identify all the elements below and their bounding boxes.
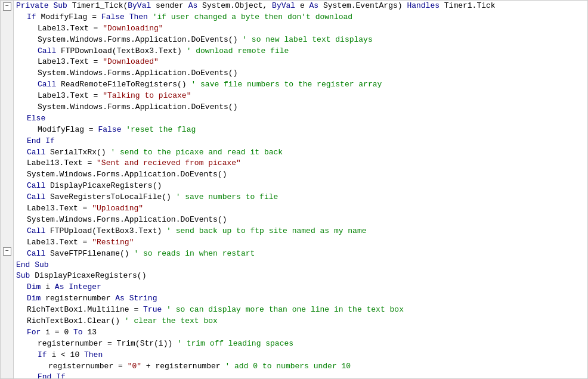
code-line: Call ReadRemoteFileToRegisters() ' save … [16, 79, 587, 91]
code-line: Private Sub Timer1_Tick(ByVal sender As … [16, 1, 587, 12]
code-token: SerialTxRx() [50, 147, 110, 159]
code-line: Label3.Text = "Resting" [16, 237, 587, 248]
code-line: System.Windows.Forms.Application.DoEvent… [16, 35, 587, 46]
code-token: ReadRemoteFileToRegisters() [61, 79, 191, 91]
code-token: As [115, 293, 129, 305]
code-line: ModifyFlag = False 'reset the flag [16, 125, 587, 136]
code-token: ByVal [128, 1, 156, 12]
code-token: System.Object, [202, 1, 272, 12]
code-line: registernumber = Trim(Str(i)) ' trim off… [16, 338, 587, 350]
code-token: Label3.Text = [27, 203, 92, 215]
code-container: −− Private Sub Timer1_Tick(ByVal sender … [0, 0, 588, 379]
code-token: ' save file numbers to the register arra… [191, 79, 382, 91]
lines-wrapper: Private Sub Timer1_Tick(ByVal sender As … [14, 1, 587, 378]
code-token: registernumber [45, 293, 115, 305]
code-token: Call [27, 226, 50, 237]
code-token: ' add 0 to numbers under 10 [225, 361, 351, 372]
code-token: Call [27, 248, 50, 260]
code-token: "Sent and recieved from picaxe" [97, 158, 241, 169]
code-token: Timer1.Tick [444, 1, 496, 12]
code-token: DisplayPicaxeRegisters() [35, 271, 146, 282]
code-token: Call [27, 147, 50, 159]
code-line: RichTextBox1.Clear() ' clear the text bo… [16, 316, 587, 327]
code-area: −− Private Sub Timer1_Tick(ByVal sender … [1, 1, 587, 378]
code-token: "Uploading" [92, 203, 143, 215]
code-line: Call FTPDownload(TextBox3.Text) ' downlo… [16, 46, 587, 57]
code-line: If ModifyFlag = False Then 'if user chan… [16, 12, 587, 23]
code-token: ModifyFlag = [38, 125, 98, 136]
code-line: End Sub [16, 259, 587, 271]
code-token: ' trim off leading spaces [177, 338, 293, 350]
code-token: 13 [87, 327, 97, 338]
code-token: i < 10 [51, 350, 84, 361]
code-line: Label3.Text = "Talking to picaxe" [16, 91, 587, 102]
code-token: Call [27, 181, 50, 192]
code-token: "0" [128, 361, 141, 372]
code-token: Handles [407, 1, 444, 12]
code-line: Label13.Text = "Sent and recieved from p… [16, 158, 587, 169]
code-token: Then [84, 350, 103, 361]
code-line: registernumber = "0" + registernumber ' … [16, 361, 587, 372]
code-token: e [300, 1, 310, 12]
code-line: System.Windows.Forms.Application.DoEvent… [16, 102, 587, 113]
code-token: If [27, 12, 41, 23]
collapse-button[interactable]: − [3, 247, 11, 256]
code-token: System.EventArgs) [323, 1, 407, 12]
code-token: i [45, 282, 55, 293]
code-token: Label3.Text = [38, 57, 103, 68]
code-token: FTPUpload(TextBox3.Text) [50, 226, 166, 237]
code-token: RichTextBox1.Multiline = [27, 305, 143, 316]
code-token: 'if user changed a byte then don't downl… [153, 12, 352, 23]
code-token: Label3.Text = [27, 237, 92, 248]
code-token: + registernumber [141, 361, 225, 372]
code-token: SaveFTPFilename() [50, 248, 134, 260]
code-line: If i < 10 Then [16, 350, 587, 361]
code-token: 'reset the flag [126, 125, 196, 136]
code-token: Integer [69, 282, 101, 293]
code-token: Call [38, 79, 61, 91]
code-token: True [143, 305, 166, 316]
code-line: For i = 0 To 13 [16, 327, 587, 338]
code-token: ' send to the picaxe and read it back [110, 147, 283, 159]
code-token: ' save numbers to file [176, 192, 278, 203]
code-line: Call SerialTxRx() ' send to the picaxe a… [16, 147, 587, 159]
code-token: Label3.Text = [38, 23, 103, 35]
code-token: i = 0 [45, 327, 73, 338]
code-token: SaveRegistersToLocalFile() [50, 192, 176, 203]
code-token: DisplayPicaxeRegisters() [50, 181, 162, 192]
code-token: RichTextBox1.Clear() [27, 316, 125, 327]
code-token: Label13.Text = [27, 158, 97, 169]
code-token: System.Windows.Forms.Application.DoEvent… [38, 35, 242, 46]
code-token: Label3.Text = [38, 91, 103, 102]
code-line: Dim i As Integer [16, 282, 587, 293]
code-token: System.Windows.Forms.Application.DoEvent… [27, 215, 227, 226]
code-token: Timer1_Tick( [72, 1, 128, 12]
code-token: Sub [16, 271, 35, 282]
code-token: As [188, 1, 202, 12]
code-token: "Resting" [92, 237, 134, 248]
code-token: As [55, 282, 69, 293]
code-line: System.Windows.Forms.Application.DoEvent… [16, 215, 587, 226]
code-line: RichTextBox1.Multiline = True ' so can d… [16, 305, 587, 316]
code-token: ' clear the text box [125, 316, 218, 327]
code-token: Else [27, 113, 45, 125]
code-token: Call [27, 192, 50, 203]
gutter: −− [1, 1, 14, 378]
code-line: End If [16, 136, 587, 147]
code-token: ' so new label text displays [242, 35, 372, 46]
code-token: "Downloading" [103, 23, 163, 35]
code-token: System.Windows.Forms.Application.DoEvent… [38, 68, 237, 79]
code-token: ModifyFlag = [41, 12, 101, 23]
code-line: System.Windows.Forms.Application.DoEvent… [16, 169, 587, 181]
code-line: Label3.Text = "Downloading" [16, 23, 587, 35]
code-line: Call FTPUpload(TextBox3.Text) ' send bac… [16, 226, 587, 237]
code-token: End Sub [16, 260, 49, 271]
code-token: sender [156, 1, 188, 12]
collapse-button[interactable]: − [3, 2, 11, 11]
code-line: Label3.Text = "Uploading" [16, 203, 587, 215]
code-token: Private Sub [16, 1, 72, 12]
code-token: False Then [101, 12, 153, 23]
code-token: "Talking to picaxe" [103, 91, 191, 102]
code-line: Call SaveRegistersToLocalFile() ' save n… [16, 192, 587, 203]
code-token: Dim [27, 282, 45, 293]
